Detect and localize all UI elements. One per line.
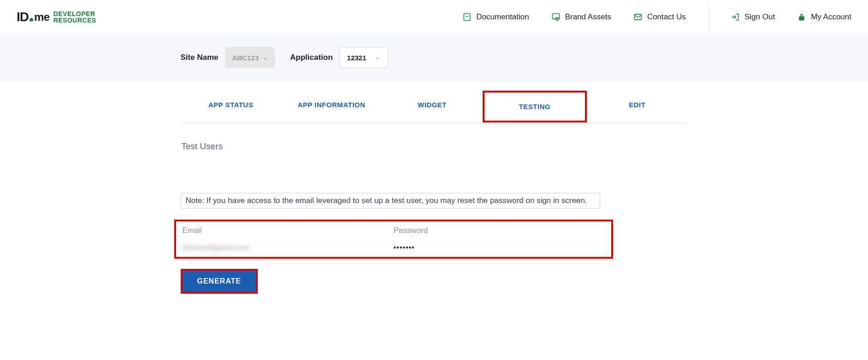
password-column: Password ••••••• [394, 226, 605, 257]
logo-sub-line1: DEVELOPER [53, 11, 96, 17]
password-value: ••••••• [394, 244, 605, 252]
logo-id-text: ID [17, 10, 29, 24]
nav-documentation-label: Documentation [476, 12, 529, 22]
tab-app-status[interactable]: APP STATUS [181, 91, 281, 122]
nav-my-account[interactable]: My Account [797, 12, 851, 22]
nav-contact-label: Contact Us [647, 12, 686, 22]
main-content: APP STATUS APP INFORMATION WIDGET TESTIN… [181, 91, 688, 294]
chevron-down-icon [375, 55, 380, 60]
email-value: testuser@gmail.com [183, 244, 394, 252]
context-bar: Site Name ABC123 Application 12321 [0, 34, 868, 81]
site-name-select: ABC123 [225, 47, 276, 68]
note-box: Note: If you have access to the email le… [181, 193, 600, 209]
top-nav: ID me DEVELOPER RESOURCES Documentation … [0, 0, 868, 34]
nav-documentation[interactable]: Documentation [462, 12, 529, 22]
logo-me-text: me [34, 11, 50, 23]
nav-links: Documentation Brand Assets Contact Us Si… [462, 3, 851, 31]
tab-bar: APP STATUS APP INFORMATION WIDGET TESTIN… [181, 91, 688, 123]
logo-sub-line2: RESOURCES [53, 17, 96, 23]
tab-widget[interactable]: WIDGET [382, 91, 482, 122]
application-field: Application 12321 [290, 47, 388, 68]
application-label: Application [290, 53, 333, 62]
application-select[interactable]: 12321 [339, 47, 388, 68]
logo-subtitle: DEVELOPER RESOURCES [53, 11, 96, 23]
tab-edit[interactable]: EDIT [587, 91, 687, 122]
site-name-field: Site Name ABC123 [181, 47, 276, 68]
test-credentials: Email testuser@gmail.com Password ••••••… [174, 220, 613, 259]
password-label: Password [394, 226, 605, 235]
document-icon [462, 12, 472, 22]
site-name-label: Site Name [181, 53, 218, 62]
mail-icon [633, 12, 643, 22]
nav-divider [708, 3, 709, 31]
brand-assets-icon [551, 12, 561, 22]
chevron-down-icon [262, 55, 268, 60]
application-value: 12321 [347, 54, 366, 62]
nav-contact-us[interactable]: Contact Us [633, 12, 686, 22]
logo-dot [30, 18, 33, 22]
nav-sign-out-label: Sign Out [744, 12, 775, 22]
svg-rect-0 [464, 13, 470, 20]
email-label: Email [183, 226, 394, 235]
logo[interactable]: ID me DEVELOPER RESOURCES [17, 10, 96, 24]
tab-testing[interactable]: TESTING [483, 91, 587, 122]
email-column: Email testuser@gmail.com [183, 226, 394, 257]
nav-brand-assets[interactable]: Brand Assets [551, 12, 611, 22]
generate-highlight: GENERATE [181, 269, 258, 294]
tab-app-information[interactable]: APP INFORMATION [281, 91, 382, 122]
nav-brand-assets-label: Brand Assets [565, 12, 611, 22]
nav-my-account-label: My Account [811, 12, 851, 22]
generate-button[interactable]: GENERATE [183, 271, 256, 292]
nav-sign-out[interactable]: Sign Out [731, 12, 775, 22]
sign-out-icon [731, 12, 740, 22]
site-name-value: ABC123 [232, 54, 259, 62]
test-users-heading: Test Users [182, 141, 687, 151]
svg-rect-6 [799, 17, 804, 20]
lock-icon [797, 12, 806, 22]
